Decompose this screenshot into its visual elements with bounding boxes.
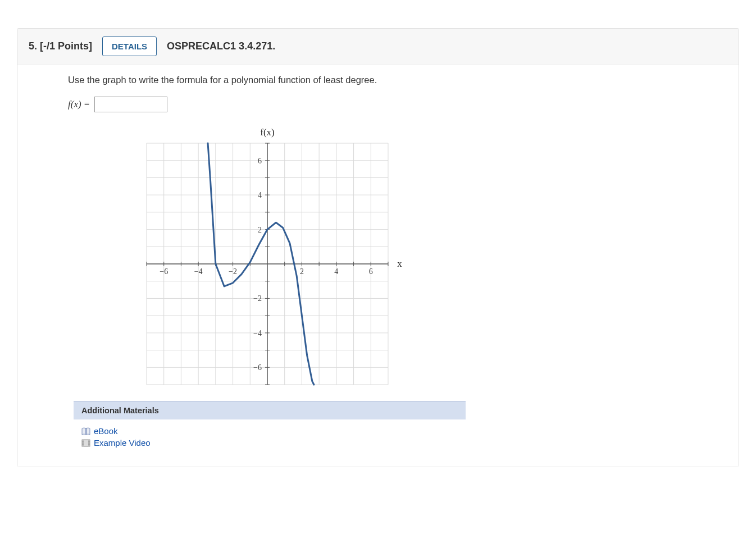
svg-text:6: 6 <box>369 267 373 276</box>
svg-text:−6: −6 <box>253 363 262 372</box>
film-icon <box>81 439 90 447</box>
svg-text:−2: −2 <box>229 267 237 276</box>
materials-links: eBook Example Video <box>74 419 739 448</box>
ebook-link-row: eBook <box>81 426 731 436</box>
svg-text:2: 2 <box>300 267 304 276</box>
svg-text:−4: −4 <box>253 329 262 337</box>
svg-text:x: x <box>397 258 402 269</box>
svg-rect-31 <box>130 387 411 393</box>
svg-text:4: 4 <box>258 191 262 199</box>
materials-heading: Additional Materials <box>74 401 466 419</box>
question-prompt: Use the graph to write the formula for a… <box>68 75 739 85</box>
video-link[interactable]: Example Video <box>94 438 151 448</box>
svg-text:f(x): f(x) <box>260 127 274 138</box>
svg-text:4: 4 <box>334 267 338 276</box>
svg-text:−4: −4 <box>194 267 203 276</box>
details-button[interactable]: DETAILS <box>102 37 157 56</box>
svg-text:6: 6 <box>258 157 262 165</box>
graph-container: −6−4−2246−6−4−2246f(x)x <box>130 124 739 395</box>
question-container: 5. [-/1 Points] DETAILS OSPRECALC1 3.4.2… <box>17 28 739 467</box>
svg-text:2: 2 <box>258 226 262 234</box>
question-header: 5. [-/1 Points] DETAILS OSPRECALC1 3.4.2… <box>17 29 739 65</box>
svg-text:−6: −6 <box>160 267 168 276</box>
ebook-link[interactable]: eBook <box>94 426 118 436</box>
question-location: OSPRECALC1 3.4.271. <box>167 40 275 52</box>
svg-rect-32 <box>130 124 144 393</box>
book-icon <box>81 427 90 435</box>
answer-label: f(x) = <box>68 99 90 110</box>
answer-input[interactable] <box>94 97 167 112</box>
svg-rect-78 <box>85 428 86 434</box>
question-number: 5. [-/1 Points] <box>29 40 92 52</box>
question-body: Use the graph to write the formula for a… <box>17 65 739 467</box>
answer-row: f(x) = <box>68 97 739 112</box>
video-link-row: Example Video <box>81 438 731 448</box>
polynomial-graph: −6−4−2246−6−4−2246f(x)x <box>130 124 411 393</box>
svg-text:−2: −2 <box>253 294 262 303</box>
